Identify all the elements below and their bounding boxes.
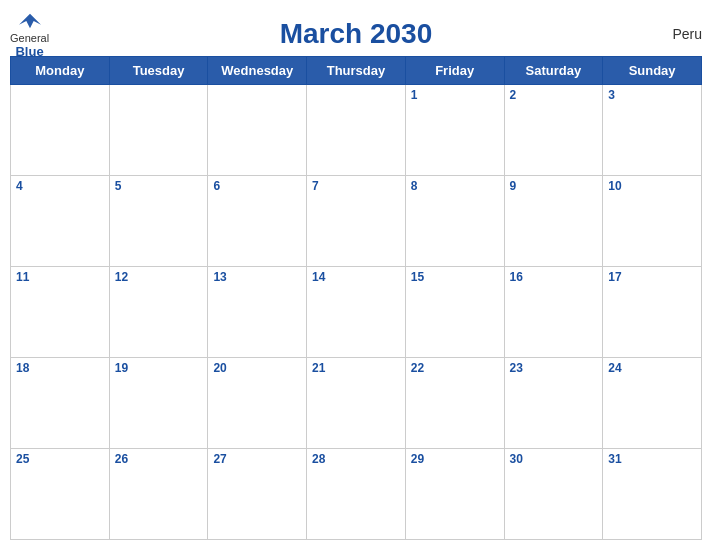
day-number: 21: [312, 361, 325, 375]
calendar-cell: 2: [504, 85, 603, 176]
weekday-header-thursday: Thursday: [307, 57, 406, 85]
day-number: 3: [608, 88, 615, 102]
calendar-week-1: 123: [11, 85, 702, 176]
day-number: 15: [411, 270, 424, 284]
day-number: 19: [115, 361, 128, 375]
calendar-cell: 5: [109, 176, 208, 267]
day-number: 11: [16, 270, 29, 284]
day-number: 31: [608, 452, 621, 466]
country-label: Peru: [672, 26, 702, 42]
calendar-cell: 1: [405, 85, 504, 176]
calendar-cell: 25: [11, 449, 110, 540]
calendar-cell: 22: [405, 358, 504, 449]
day-number: 7: [312, 179, 319, 193]
day-number: 9: [510, 179, 517, 193]
day-number: 27: [213, 452, 226, 466]
calendar-cell: 26: [109, 449, 208, 540]
day-number: 4: [16, 179, 23, 193]
calendar-cell: 18: [11, 358, 110, 449]
calendar-header-row: MondayTuesdayWednesdayThursdayFridaySatu…: [11, 57, 702, 85]
day-number: 23: [510, 361, 523, 375]
day-number: 16: [510, 270, 523, 284]
weekday-header-wednesday: Wednesday: [208, 57, 307, 85]
day-number: 24: [608, 361, 621, 375]
day-number: 22: [411, 361, 424, 375]
calendar-title: March 2030: [280, 18, 433, 50]
calendar-week-2: 45678910: [11, 176, 702, 267]
calendar-cell: 17: [603, 267, 702, 358]
calendar-cell: 9: [504, 176, 603, 267]
calendar-cell: 23: [504, 358, 603, 449]
day-number: 14: [312, 270, 325, 284]
calendar-cell: 4: [11, 176, 110, 267]
calendar-cell: 27: [208, 449, 307, 540]
weekday-header-sunday: Sunday: [603, 57, 702, 85]
calendar-cell: 3: [603, 85, 702, 176]
day-number: 6: [213, 179, 220, 193]
calendar-cell: [307, 85, 406, 176]
day-number: 28: [312, 452, 325, 466]
day-number: 5: [115, 179, 122, 193]
calendar-week-3: 11121314151617: [11, 267, 702, 358]
calendar-cell: 29: [405, 449, 504, 540]
calendar-week-5: 25262728293031: [11, 449, 702, 540]
calendar-cell: 6: [208, 176, 307, 267]
day-number: 29: [411, 452, 424, 466]
calendar-week-4: 18192021222324: [11, 358, 702, 449]
calendar-header: General Blue March 2030 Peru: [10, 10, 702, 56]
day-number: 26: [115, 452, 128, 466]
day-number: 2: [510, 88, 517, 102]
day-number: 12: [115, 270, 128, 284]
logo: General Blue: [10, 10, 49, 59]
weekday-header-tuesday: Tuesday: [109, 57, 208, 85]
calendar-cell: 20: [208, 358, 307, 449]
calendar-cell: 14: [307, 267, 406, 358]
calendar-cell: 11: [11, 267, 110, 358]
calendar-cell: 7: [307, 176, 406, 267]
day-number: 20: [213, 361, 226, 375]
calendar-cell: 30: [504, 449, 603, 540]
calendar-cell: [109, 85, 208, 176]
calendar-cell: 12: [109, 267, 208, 358]
calendar-cell: 19: [109, 358, 208, 449]
weekday-header-monday: Monday: [11, 57, 110, 85]
calendar-cell: [208, 85, 307, 176]
weekday-header-saturday: Saturday: [504, 57, 603, 85]
calendar-cell: 16: [504, 267, 603, 358]
day-number: 10: [608, 179, 621, 193]
calendar-cell: 28: [307, 449, 406, 540]
day-number: 18: [16, 361, 29, 375]
logo-blue-text: Blue: [15, 44, 43, 59]
day-number: 13: [213, 270, 226, 284]
day-number: 8: [411, 179, 418, 193]
calendar-cell: [11, 85, 110, 176]
day-number: 30: [510, 452, 523, 466]
calendar-cell: 15: [405, 267, 504, 358]
calendar-cell: 8: [405, 176, 504, 267]
calendar-cell: 24: [603, 358, 702, 449]
day-number: 25: [16, 452, 29, 466]
calendar-cell: 31: [603, 449, 702, 540]
day-number: 17: [608, 270, 621, 284]
calendar-table: MondayTuesdayWednesdayThursdayFridaySatu…: [10, 56, 702, 540]
calendar-cell: 13: [208, 267, 307, 358]
calendar-cell: 10: [603, 176, 702, 267]
calendar-cell: 21: [307, 358, 406, 449]
svg-marker-0: [19, 13, 41, 28]
weekday-header-friday: Friday: [405, 57, 504, 85]
logo-general-text: General: [10, 32, 49, 44]
day-number: 1: [411, 88, 418, 102]
